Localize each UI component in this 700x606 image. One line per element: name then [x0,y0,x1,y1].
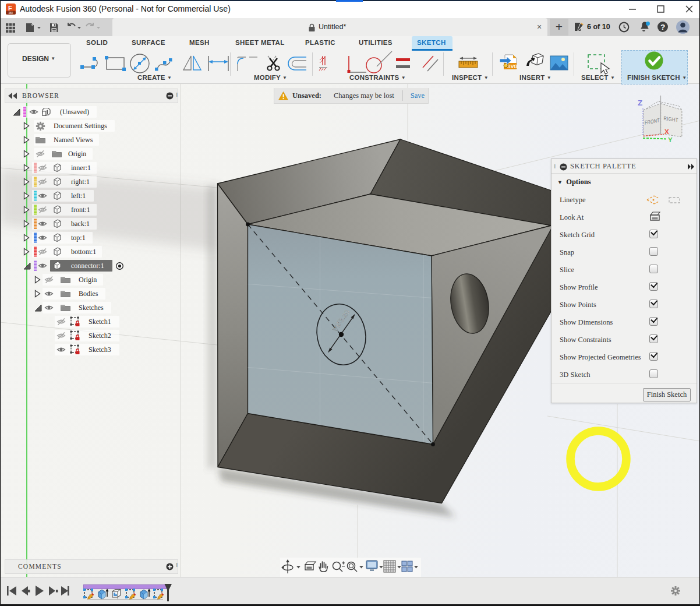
svg-text:X: X [664,128,669,135]
svg-text:360: 360 [9,12,13,15]
svg-text:Z: Z [638,98,642,107]
svg-text:SVG: SVG [507,64,518,69]
svg-text:Y: Y [668,136,673,143]
svg-text:?: ? [660,23,665,31]
svg-text:F: F [8,5,12,12]
